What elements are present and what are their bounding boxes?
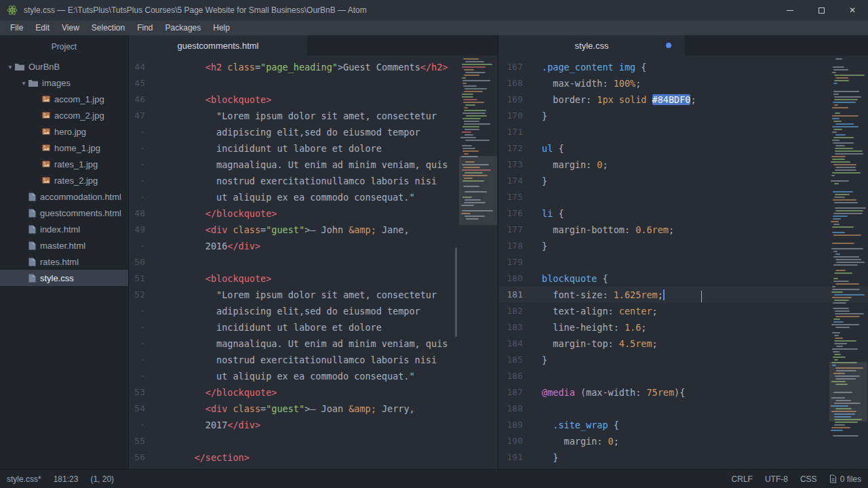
tree-item-hero-jpg[interactable]: hero.jpg: [0, 123, 128, 140]
menu-item-file[interactable]: File: [4, 20, 29, 35]
code-line[interactable]: 45: [129, 75, 498, 92]
code-line[interactable]: 177 margin-bottom: 0.6rem;: [498, 222, 868, 238]
menu-item-selection[interactable]: Selection: [85, 20, 131, 35]
line-number: ·: [129, 352, 168, 368]
code-line[interactable]: · incididunt ut labore et dolore: [129, 140, 498, 157]
code-line[interactable]: 188: [498, 401, 868, 417]
code-file-icon: [28, 258, 36, 266]
code-line[interactable]: 46 <blockquote>: [129, 92, 498, 108]
code-line[interactable]: 47 "Lorem ipsum dolor sit amet, consecte…: [129, 108, 498, 124]
status-cursor-position[interactable]: 181:23: [54, 474, 79, 484]
code-line[interactable]: 168 max-width: 100%;: [498, 75, 868, 92]
code-line[interactable]: 54 <div class="guest">– Joan &amp; Jerry…: [129, 401, 498, 417]
window-controls: ✕: [774, 0, 868, 20]
tree-item-rates_2-jpg[interactable]: rates_2.jpg: [0, 172, 128, 188]
code-line[interactable]: 174}: [498, 173, 868, 189]
code-line[interactable]: 180blockquote {: [498, 270, 868, 287]
code-line[interactable]: · ut aliquip ex ea commodo consequat.": [129, 189, 498, 205]
editor-guestcomments[interactable]: 44 <h2 class="page_heading">Guest Commen…: [129, 56, 498, 469]
status-line-ending[interactable]: CRLF: [732, 474, 753, 484]
code-line[interactable]: 172ul {: [498, 140, 868, 157]
minimap-left[interactable]: [459, 56, 497, 469]
tab-guestcomments[interactable]: guestcomments.html: [129, 35, 307, 56]
tree-item-accom_2-jpg[interactable]: accom_2.jpg: [0, 107, 128, 123]
code-line[interactable]: 191 }: [498, 449, 868, 466]
tree-item-OurBnB[interactable]: ▾OurBnB: [0, 58, 128, 75]
menu-item-find[interactable]: Find: [131, 20, 159, 35]
code-line[interactable]: · magnaaliqua. Ut enim ad minim veniam, …: [129, 336, 498, 352]
code-line[interactable]: · adipiscing elit,sed do eiusmod tempor: [129, 124, 498, 140]
menu-item-edit[interactable]: Edit: [29, 20, 56, 35]
code-line[interactable]: 49 <div class="guest">– John &amp; Jane,: [129, 222, 498, 238]
code-line[interactable]: 182 text-align: center;: [498, 303, 868, 319]
code-line[interactable]: · incididunt ut labore et dolore: [129, 319, 498, 336]
tree-item-guestcomments-html[interactable]: guestcomments.html: [0, 205, 128, 221]
tree-item-accom_1-jpg[interactable]: accom_1.jpg: [0, 91, 128, 107]
code-line[interactable]: · magnaaliqua. Ut enim ad minim veniam, …: [129, 157, 498, 173]
code-line-active[interactable]: 181 font-size: 1.625rem;: [498, 287, 868, 303]
status-filename[interactable]: style.css*: [7, 474, 41, 484]
code-line[interactable]: 51 <blockquote>: [129, 270, 498, 287]
code-line[interactable]: · 2016</div>: [129, 238, 498, 254]
code-line[interactable]: 56 </section>: [129, 449, 498, 466]
vertical-scrollbar[interactable]: [455, 247, 457, 337]
code-text: <blockquote>: [168, 92, 498, 108]
code-line[interactable]: 190 margin: 0;: [498, 433, 868, 449]
tree-item-images[interactable]: ▾images: [0, 75, 128, 91]
tree-item-rates_1-jpg[interactable]: rates_1.jpg: [0, 156, 128, 172]
tree-item-accommodation-html[interactable]: accommodation.html: [0, 188, 128, 205]
image-file-icon: [42, 160, 50, 168]
code-line[interactable]: 44 <h2 class="page_heading">Guest Commen…: [129, 59, 498, 75]
minimap-viewport[interactable]: [459, 156, 497, 225]
code-line[interactable]: 176li {: [498, 205, 868, 222]
menu-item-help[interactable]: Help: [207, 20, 236, 35]
code-line[interactable]: 170}: [498, 108, 868, 124]
code-line[interactable]: 169 border: 1px solid #84BDF0;: [498, 92, 868, 108]
tree-item-style-css[interactable]: style.css: [0, 270, 128, 286]
code-line[interactable]: 171: [498, 124, 868, 140]
code-line[interactable]: 48 </blockquote>: [129, 205, 498, 222]
code-line[interactable]: · nostrud exercitationullamco laboris ni…: [129, 352, 498, 368]
status-encoding[interactable]: UTF-8: [765, 474, 788, 484]
maximize-button[interactable]: [806, 0, 837, 20]
chevron-down-icon[interactable]: ▾: [19, 79, 28, 87]
minimap-right[interactable]: [829, 56, 867, 469]
code-line[interactable]: 52 "Lorem ipsum dolor sit amet, consecte…: [129, 287, 498, 303]
code-line[interactable]: 178}: [498, 238, 868, 254]
status-git[interactable]: 0 files: [829, 474, 861, 484]
menu-item-view[interactable]: View: [56, 20, 85, 35]
tree-item-rates-html[interactable]: rates.html: [0, 253, 128, 270]
minimap-viewport[interactable]: [829, 362, 867, 422]
tree-item-home_1-jpg[interactable]: home_1.jpg: [0, 140, 128, 156]
code-line[interactable]: · nostrud exercitationullamco laboris ni…: [129, 173, 498, 189]
minimize-button[interactable]: [774, 0, 806, 20]
code-line[interactable]: · 2017</div>: [129, 417, 498, 433]
code-line[interactable]: 179: [498, 254, 868, 270]
code-line[interactable]: 186: [498, 368, 868, 384]
code-line[interactable]: · ut aliquip ex ea commodo consequat.": [129, 368, 498, 384]
code-line[interactable]: 175: [498, 189, 868, 205]
code-line[interactable]: 185}: [498, 352, 868, 368]
code-line[interactable]: 55: [129, 433, 498, 449]
code-line[interactable]: 53 </blockquote>: [129, 384, 498, 401]
code-line[interactable]: 187@media (max-width: 75rem){: [498, 384, 868, 401]
tree-item-master-html[interactable]: master.html: [0, 237, 128, 253]
line-number: 45: [129, 75, 168, 92]
code-line[interactable]: 50: [129, 254, 498, 270]
atom-icon: [6, 4, 18, 16]
menu-item-packages[interactable]: Packages: [159, 20, 208, 35]
line-number: 174: [498, 173, 538, 189]
code-line[interactable]: 173 margin: 0;: [498, 157, 868, 173]
code-line[interactable]: · adipiscing elit,sed do eiusmod tempor: [129, 303, 498, 319]
code-line[interactable]: 167.page_content img {: [498, 59, 868, 75]
code-line[interactable]: 184 margin-top: 4.5rem;: [498, 336, 868, 352]
tree-item-index-html[interactable]: index.html: [0, 221, 128, 237]
chevron-down-icon[interactable]: ▾: [5, 63, 15, 70]
editor-style-css[interactable]: 167.page_content img {168 max-width: 100…: [498, 56, 868, 469]
close-icon: ✕: [849, 6, 856, 14]
close-button[interactable]: ✕: [837, 0, 868, 20]
tab-style-css[interactable]: style.css: [498, 35, 685, 56]
status-grammar[interactable]: CSS: [800, 474, 817, 484]
code-line[interactable]: 183 line-height: 1.6;: [498, 319, 868, 336]
code-line[interactable]: 189 .site_wrap {: [498, 417, 868, 433]
